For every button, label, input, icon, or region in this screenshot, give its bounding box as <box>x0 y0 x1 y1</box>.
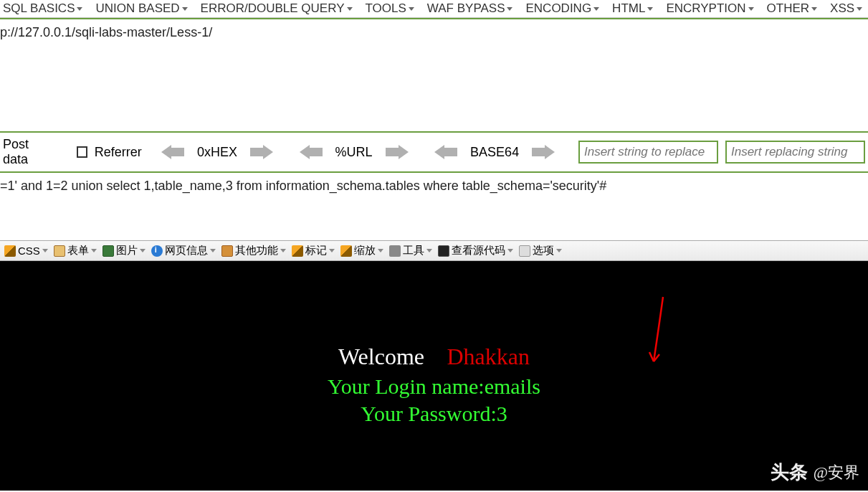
dev-zoom-menu[interactable]: 缩放 <box>340 244 383 257</box>
menu-encryption[interactable]: ENCRYPTION <box>666 1 753 16</box>
dev-forms-menu[interactable]: 表单 <box>54 244 97 257</box>
chevron-down-icon <box>593 7 599 11</box>
url-encode-button[interactable] <box>386 145 409 159</box>
dev-tools-menu[interactable]: 工具 <box>389 244 432 257</box>
info-icon <box>151 245 163 257</box>
query-input-area[interactable]: =1' and 1=2 union select 1,table_name,3 … <box>0 171 868 240</box>
chevron-down-icon <box>378 249 383 252</box>
top-menu-bar: SQL BASICS UNION BASED ERROR/DOUBLE QUER… <box>0 0 868 18</box>
menu-waf-bypass[interactable]: WAF BYPASS <box>427 1 513 16</box>
replace-to-input[interactable] <box>725 141 865 164</box>
replace-from-input[interactable] <box>578 141 718 164</box>
welcome-text: Welcome <box>338 344 424 369</box>
login-name-line: Your Login name:emails <box>0 374 868 399</box>
menu-html[interactable]: HTML <box>612 1 653 16</box>
url-bar[interactable]: p://127.0.0.1/sqli-labs-master/Less-1/ <box>0 18 868 131</box>
referrer-label: Referrer <box>95 145 142 160</box>
dev-pageinfo-menu[interactable]: 网页信息 <box>151 244 216 257</box>
menu-tools[interactable]: TOOLS <box>366 1 414 16</box>
menu-xss[interactable]: XSS <box>830 1 862 16</box>
page-content: Welcome Dhakkan Your Login name:emails Y… <box>0 261 868 491</box>
chevron-down-icon <box>140 249 146 252</box>
query-text: =1' and 1=2 union select 1,table_name,3 … <box>0 179 606 193</box>
chevron-down-icon <box>91 249 97 252</box>
book-icon <box>221 245 233 257</box>
hex-label: 0xHEX <box>197 145 237 160</box>
base64-decode-button[interactable] <box>434 145 457 159</box>
dev-other-menu[interactable]: 其他功能 <box>221 244 286 257</box>
chevron-down-icon <box>409 7 414 11</box>
chevron-down-icon <box>811 7 817 11</box>
menu-error-double-query[interactable]: ERROR/DOUBLE QUERY <box>201 1 353 16</box>
chevron-down-icon <box>507 249 513 252</box>
clipboard-icon <box>54 245 65 257</box>
chevron-down-icon <box>329 249 335 252</box>
url-decode-button[interactable] <box>300 145 323 159</box>
watermark-brand: 头条 <box>771 460 808 485</box>
referrer-checkbox[interactable] <box>77 146 87 158</box>
terminal-icon <box>438 245 449 257</box>
pencil-icon <box>4 245 16 257</box>
url-text: p://127.0.0.1/sqli-labs-master/Less-1/ <box>0 25 212 39</box>
hex-decode-button[interactable] <box>161 145 184 159</box>
dev-mark-menu[interactable]: 标记 <box>292 244 335 257</box>
dhakkan-text: Dhakkan <box>447 344 530 369</box>
chevron-down-icon <box>182 7 188 11</box>
dev-images-menu[interactable]: 图片 <box>102 244 146 257</box>
chevron-down-icon <box>210 249 216 252</box>
pencil-icon <box>292 245 303 257</box>
dev-options-menu[interactable]: 选项 <box>519 244 562 257</box>
developer-toolbar: CSS 表单 图片 网页信息 其他功能 标记 缩放 工具 查看源代码 选项 <box>0 240 868 261</box>
menu-encoding[interactable]: ENCODING <box>525 1 599 16</box>
base64-label: BASE64 <box>470 145 519 160</box>
chevron-down-icon <box>556 249 562 252</box>
menu-sql-basics[interactable]: SQL BASICS <box>3 1 82 16</box>
pencil-icon <box>340 245 352 257</box>
chevron-down-icon <box>426 249 432 252</box>
post-data-label: Post data <box>3 137 53 167</box>
controls-bar: Post data Referrer 0xHEX %URL BASE64 <box>0 131 868 171</box>
gear-icon <box>519 245 530 257</box>
menu-union-based[interactable]: UNION BASED <box>95 1 187 16</box>
password-line: Your Password:3 <box>0 402 868 426</box>
image-icon <box>102 245 114 257</box>
chevron-down-icon <box>857 7 862 11</box>
chevron-down-icon <box>748 7 754 11</box>
watermark: 头条 @安界 <box>771 460 859 485</box>
chevron-down-icon <box>347 7 353 11</box>
watermark-handle: @安界 <box>814 462 859 483</box>
chevron-down-icon <box>647 7 653 11</box>
wrench-icon <box>389 245 401 257</box>
chevron-down-icon <box>507 7 512 11</box>
dev-viewsource-menu[interactable]: 查看源代码 <box>438 244 513 257</box>
hex-encode-button[interactable] <box>250 145 273 159</box>
chevron-down-icon <box>77 7 82 11</box>
base64-encode-button[interactable] <box>532 145 555 159</box>
dev-css-menu[interactable]: CSS <box>4 245 48 257</box>
chevron-down-icon <box>42 249 48 252</box>
menu-other[interactable]: OTHER <box>767 1 818 16</box>
url-label: %URL <box>335 145 373 160</box>
chevron-down-icon <box>280 249 286 252</box>
